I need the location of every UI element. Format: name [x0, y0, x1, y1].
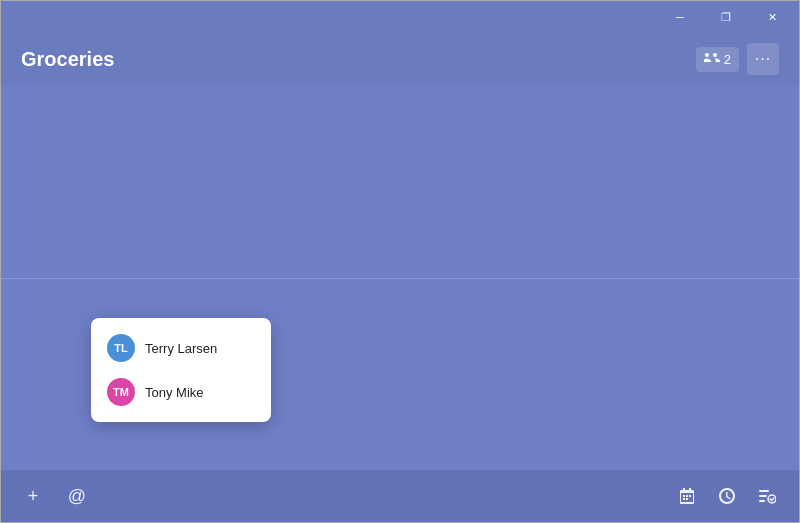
add-button[interactable]: +: [17, 480, 49, 512]
bottom-toolbar: + @: [1, 470, 799, 522]
svg-rect-6: [759, 495, 767, 497]
restore-button[interactable]: ❐: [703, 1, 749, 33]
app-header: Groceries 2 ···: [1, 33, 799, 85]
svg-rect-5: [759, 490, 769, 492]
popup-card: TL Terry Larsen TM Tony Mike: [91, 318, 271, 422]
mention-button[interactable]: @: [61, 480, 93, 512]
toolbar-left: + @: [17, 480, 93, 512]
assign-button[interactable]: [751, 480, 783, 512]
section-divider: [1, 278, 799, 279]
app-window: ─ ❐ ✕ Groceries 2 ··· TL: [0, 0, 800, 523]
minimize-button[interactable]: ─: [657, 1, 703, 33]
main-content: TL Terry Larsen TM Tony Mike: [1, 85, 799, 470]
avatar-initials: TM: [113, 386, 129, 398]
svg-rect-1: [686, 495, 688, 497]
clock-button[interactable]: [711, 480, 743, 512]
svg-rect-4: [686, 498, 688, 500]
title-bar: ─ ❐ ✕: [1, 1, 799, 33]
svg-rect-7: [759, 500, 765, 502]
person-name: Tony Mike: [145, 385, 204, 400]
svg-rect-2: [689, 495, 691, 497]
close-button[interactable]: ✕: [749, 1, 795, 33]
person-name: Terry Larsen: [145, 341, 217, 356]
list-item[interactable]: TM Tony Mike: [91, 370, 271, 414]
svg-rect-3: [683, 498, 685, 500]
avatar: TL: [107, 334, 135, 362]
avatar: TM: [107, 378, 135, 406]
members-count: 2: [724, 52, 731, 67]
members-icon: [704, 51, 720, 68]
header-actions: 2 ···: [696, 43, 779, 75]
toolbar-right: [671, 480, 783, 512]
more-button[interactable]: ···: [747, 43, 779, 75]
title-bar-controls: ─ ❐ ✕: [657, 1, 795, 33]
list-item[interactable]: TL Terry Larsen: [91, 326, 271, 370]
app-title: Groceries: [21, 48, 114, 71]
calendar-button[interactable]: [671, 480, 703, 512]
members-button[interactable]: 2: [696, 47, 739, 72]
svg-rect-0: [683, 495, 685, 497]
avatar-initials: TL: [114, 342, 127, 354]
